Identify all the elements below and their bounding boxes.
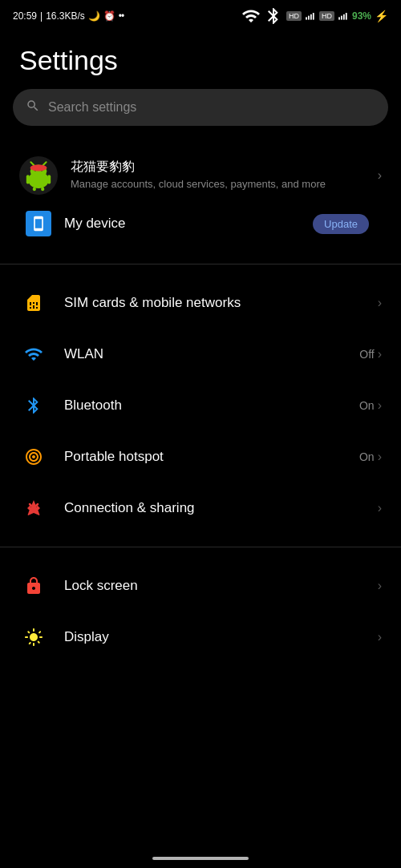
- hotspot-icon: [19, 442, 48, 471]
- page-title: Settings: [0, 29, 401, 89]
- connection-chevron: ›: [378, 501, 382, 515]
- home-bar: [152, 857, 249, 860]
- connection-text: Connection & sharing: [64, 500, 362, 516]
- lock-screen-right: ›: [378, 579, 382, 593]
- sim-cards-chevron: ›: [378, 296, 382, 310]
- wlan-status: Off: [359, 348, 374, 361]
- avatar: [19, 156, 58, 195]
- hotspot-text: Portable hotspot: [64, 449, 343, 465]
- settings-item-display[interactable]: Display ›: [0, 612, 401, 663]
- account-chevron: ›: [378, 168, 382, 183]
- svg-rect-1: [308, 15, 310, 19]
- display-icon: [19, 623, 48, 652]
- hotspot-status: On: [359, 450, 375, 463]
- account-name: 花猫要豹豹: [71, 159, 365, 176]
- status-network-speed: 16.3KB/s: [46, 10, 85, 22]
- wlan-text: WLAN: [64, 346, 343, 362]
- bluetooth-text: Bluetooth: [64, 398, 343, 414]
- section-divider-2: [0, 547, 401, 547]
- svg-rect-15: [47, 175, 51, 184]
- search-placeholder: Search settings: [48, 100, 136, 115]
- wlan-right: Off ›: [359, 347, 382, 361]
- svg-rect-6: [343, 14, 345, 20]
- section-divider-1: [0, 264, 401, 264]
- signal-icon: [305, 10, 316, 22]
- settings-item-wlan[interactable]: WLAN Off ›: [0, 329, 401, 380]
- connection-label: Connection & sharing: [64, 500, 195, 515]
- svg-rect-14: [26, 175, 30, 184]
- account-text: 花猫要豹豹 Manage accounts, cloud services, p…: [71, 159, 365, 192]
- lock-screen-chevron: ›: [378, 579, 382, 593]
- dots-icon: ••: [119, 10, 124, 22]
- bluetooth-label: Bluetooth: [64, 398, 122, 413]
- bluetooth-status: On: [359, 399, 375, 412]
- display-text: Display: [64, 629, 362, 645]
- settings-item-bluetooth[interactable]: Bluetooth On ›: [0, 380, 401, 431]
- sim-icon: [19, 289, 48, 317]
- wlan-chevron: ›: [378, 347, 382, 361]
- display-label: Display: [64, 629, 109, 644]
- settings-item-sim-cards[interactable]: SIM cards & mobile networks ›: [0, 277, 401, 329]
- status-icons: HD HD 93% ⚡: [241, 6, 388, 26]
- status-bar: 20:59 | 16.3KB/s 🌙 ⏰ •• HD HD: [0, 0, 401, 29]
- moon-icon: 🌙: [88, 10, 100, 22]
- network-settings-section: SIM cards & mobile networks › WLAN Off ›: [0, 271, 401, 540]
- svg-line-12: [30, 162, 34, 165]
- settings-item-lock-screen[interactable]: Lock screen ›: [0, 560, 401, 612]
- signal-icon2: [338, 10, 349, 22]
- alarm-icon: ⏰: [103, 10, 115, 22]
- page-content: Settings Search settings: [0, 29, 401, 701]
- bluetooth-right: On ›: [359, 398, 382, 413]
- hotspot-label: Portable hotspot: [64, 449, 164, 464]
- search-bar[interactable]: Search settings: [13, 89, 388, 126]
- svg-rect-0: [306, 17, 307, 20]
- home-indicator[interactable]: [0, 849, 401, 868]
- display-chevron: ›: [378, 630, 382, 644]
- device-label: My device: [64, 216, 300, 232]
- my-device-item[interactable]: My device Update: [13, 203, 388, 244]
- account-description: Manage accounts, cloud services, payment…: [71, 177, 365, 192]
- wifi-icon: [241, 6, 261, 26]
- status-time-network: 20:59 | 16.3KB/s 🌙 ⏰ ••: [13, 10, 124, 22]
- status-time: 20:59: [13, 10, 37, 22]
- battery-percentage: 93%: [352, 10, 371, 22]
- bluetooth-status-icon: [264, 6, 283, 26]
- status-separator: |: [40, 10, 43, 22]
- account-item[interactable]: 花猫要豹豹 Manage accounts, cloud services, p…: [13, 148, 388, 203]
- svg-rect-2: [310, 14, 312, 20]
- settings-item-hotspot[interactable]: Portable hotspot On ›: [0, 431, 401, 482]
- bluetooth-chevron: ›: [378, 398, 382, 413]
- svg-rect-3: [313, 13, 314, 20]
- update-badge[interactable]: Update: [313, 214, 369, 234]
- hotspot-chevron: ›: [378, 450, 382, 464]
- lock-screen-text: Lock screen: [64, 578, 362, 594]
- connection-icon: [19, 494, 48, 523]
- svg-rect-16: [33, 187, 36, 191]
- battery-charging-icon: ⚡: [375, 10, 388, 22]
- svg-rect-19: [33, 166, 44, 169]
- lock-screen-label: Lock screen: [64, 578, 138, 593]
- sim-cards-text: SIM cards & mobile networks: [64, 295, 362, 311]
- bluetooth-icon: [19, 391, 48, 420]
- svg-rect-7: [346, 13, 347, 20]
- svg-rect-5: [341, 15, 342, 19]
- sim-cards-right: ›: [378, 296, 382, 310]
- hd-badge: HD: [286, 11, 302, 21]
- wlan-icon: [19, 340, 48, 369]
- svg-rect-17: [41, 187, 44, 191]
- display-right: ›: [378, 630, 382, 644]
- device-settings-section: Lock screen › Display ›: [0, 554, 401, 669]
- wlan-label: WLAN: [64, 346, 103, 361]
- android-avatar: [22, 159, 55, 192]
- hd-badge2: HD: [319, 11, 334, 21]
- hotspot-right: On ›: [359, 450, 382, 464]
- settings-item-connection[interactable]: Connection & sharing ›: [0, 482, 401, 534]
- sim-cards-label: SIM cards & mobile networks: [64, 295, 241, 310]
- search-icon: [26, 99, 40, 116]
- lock-icon: [19, 571, 48, 600]
- svg-rect-4: [338, 17, 340, 20]
- account-section: 花猫要豹豹 Manage accounts, cloud services, p…: [0, 145, 401, 257]
- connection-right: ›: [378, 501, 382, 515]
- svg-line-13: [43, 162, 47, 165]
- device-icon: [26, 211, 51, 236]
